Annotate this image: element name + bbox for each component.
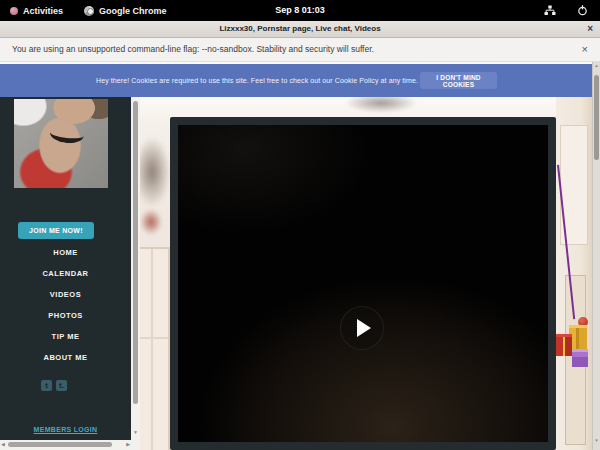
sidebar-item-videos[interactable]: VIDEOS	[0, 290, 131, 299]
screen: Activities Google Chrome Sep 8 01:03 Liz…	[0, 0, 600, 450]
gift-box-purple-decoration	[572, 349, 588, 367]
clock[interactable]: Sep 8 01:03	[275, 0, 325, 21]
chrome-infobar: You are using an unsupported command-lin…	[0, 38, 600, 62]
video-surface[interactable]	[178, 125, 548, 442]
gnome-top-bar: Activities Google Chrome Sep 8 01:03	[0, 0, 600, 21]
pillow-blob-decoration	[140, 137, 170, 207]
window-title: Lizxxx30, Pornstar page, Live chat, Vide…	[0, 21, 600, 37]
activities-label: Activities	[23, 6, 63, 16]
sidebar-item-home[interactable]: HOME	[0, 248, 131, 257]
infobar-message: You are using an unsupported command-lin…	[12, 38, 374, 61]
sidebar-horizontal-scrollbar[interactable]: ◀ ▶	[0, 440, 131, 450]
sidebar: JOIN ME NOW! HOME CALENDAR VIDEOS PHOTOS…	[0, 97, 131, 450]
focused-app-menu[interactable]: Google Chrome	[84, 0, 167, 21]
cookie-accept-button[interactable]: I DON'T MIND COOKIES	[420, 72, 497, 89]
join-me-now-button[interactable]: JOIN ME NOW!	[18, 222, 94, 239]
browser-scrollbar[interactable]: ▲ ▼	[592, 62, 600, 450]
activities-indicator-icon	[10, 7, 18, 15]
sidebar-item-photos[interactable]: PHOTOS	[0, 311, 131, 320]
sidebar-scroll-right-icon[interactable]: ▶	[126, 440, 130, 449]
activities-button[interactable]: Activities	[10, 0, 63, 21]
sidebar-scroll-down-icon[interactable]: ▼	[131, 429, 140, 435]
play-button[interactable]	[340, 306, 384, 350]
ceiling-shadow-decoration	[345, 97, 417, 113]
sidebar-item-calendar[interactable]: CALENDAR	[0, 269, 131, 278]
video-player-frame	[170, 117, 556, 450]
browser-scroll-up-icon[interactable]: ▲	[593, 63, 600, 68]
cookie-banner: Hey there! Cookies are required to use t…	[0, 64, 592, 97]
window-title-bar: Lizxxx30, Pornstar page, Live chat, Vide…	[0, 21, 600, 38]
twitter-icon[interactable]: t	[41, 380, 52, 391]
network-tray-icon[interactable]	[544, 0, 556, 21]
sidebar-item-about-me[interactable]: ABOUT ME	[0, 353, 131, 362]
model-profile-photo	[14, 99, 108, 188]
power-tray-icon[interactable]	[577, 0, 588, 21]
sidebar-vertical-scrollbar[interactable]: ▼	[131, 97, 140, 450]
browser-scroll-thumb[interactable]	[594, 75, 599, 160]
app-label: Google Chrome	[99, 6, 167, 16]
window-frame-decoration	[140, 247, 170, 450]
sidebar-vscroll-thumb[interactable]	[133, 101, 138, 404]
members-login-link[interactable]: MEMBERS LOGIN	[0, 426, 131, 433]
chrome-icon	[84, 6, 94, 16]
sidebar-scroll-left-icon[interactable]: ◀	[1, 440, 5, 449]
browser-scroll-down-icon[interactable]: ▼	[593, 438, 600, 443]
power-icon	[577, 5, 588, 16]
red-fabric-decoration	[140, 209, 162, 235]
cookie-message: Hey there! Cookies are required to use t…	[96, 64, 418, 97]
network-tree-icon	[544, 5, 556, 16]
gift-box-red-decoration	[556, 334, 572, 356]
window-close-button[interactable]: ×	[584, 21, 596, 37]
sidebar-hscroll-thumb[interactable]	[8, 442, 112, 447]
tumblr-icon[interactable]: t.	[56, 380, 67, 391]
necklace-decoration	[49, 123, 85, 144]
sidebar-item-tip-me[interactable]: TIP ME	[0, 332, 131, 341]
play-icon	[357, 319, 371, 337]
infobar-close-button[interactable]: ×	[582, 38, 588, 61]
